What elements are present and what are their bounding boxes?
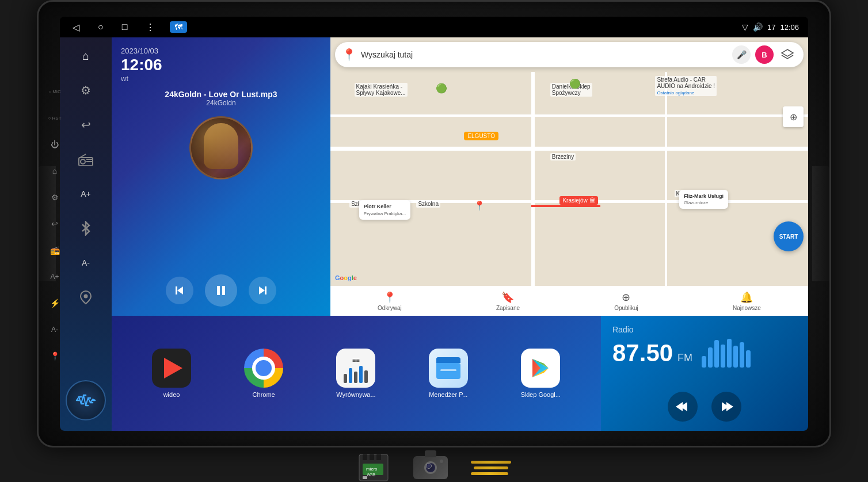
- svg-text:8GB: 8GB: [367, 473, 375, 477]
- apps-panel: wideo Chrome: [112, 316, 601, 431]
- map-start-button[interactable]: START: [774, 221, 804, 251]
- wideo-icon-wrap: [152, 349, 191, 388]
- app-store[interactable]: Sklep Googl...: [521, 349, 561, 398]
- track-title: 24kGoldn - Love Or Lust.mp3: [121, 90, 321, 99]
- power-btn[interactable]: ⏻: [47, 136, 63, 152]
- wave-bar-8: [746, 350, 751, 368]
- app-files[interactable]: Menedżer P...: [429, 349, 468, 398]
- bottom-row: wideo Chrome: [112, 316, 808, 431]
- status-bar-right: ▽ 🔊 17 12:06: [742, 22, 799, 32]
- search-text: Wyszukaj tutaj: [361, 50, 728, 59]
- track-artist: 24kGoldn: [121, 99, 321, 107]
- radio-prev-button[interactable]: [668, 392, 698, 422]
- radio-icon: [78, 153, 94, 166]
- store-label: Sklep Googl...: [521, 391, 561, 398]
- wave-bar-5: [727, 339, 732, 368]
- location-side-btn[interactable]: 📍: [47, 348, 63, 364]
- pause-button[interactable]: [205, 274, 237, 307]
- map-nav-zapisane[interactable]: 🔖 Zapisane: [496, 291, 520, 311]
- app-chrome[interactable]: Chrome: [244, 349, 283, 398]
- bluetooth-icon: [80, 221, 92, 236]
- map-bottom-nav: 📍 Odkrywaj 🔖 Zapisane ⊕ Opublikuj: [330, 286, 808, 316]
- sd-card-shape: micro 8GB: [357, 453, 390, 482]
- map-pin-1: 🟢: [436, 83, 447, 94]
- vol-down-btn[interactable]: A-: [47, 322, 63, 338]
- camera-top: [425, 450, 436, 457]
- camera-flash: [440, 460, 443, 463]
- cables-accessory: [471, 461, 511, 475]
- map-search-bar[interactable]: 📍 Wyszukaj tutaj 🎤 B: [335, 42, 804, 67]
- cable-2: [474, 466, 508, 469]
- radio-side-btn[interactable]: 📻: [47, 242, 63, 258]
- radio-freq-controls: 87.50 FM: [612, 341, 692, 372]
- wave-bar-2: [708, 347, 713, 368]
- sidebar: ⌂ ⚙ ↩ A+ A: [60, 37, 112, 431]
- map-label-strefa: Strefa Audio - CARAUDIO na Androidzie !O…: [655, 76, 717, 96]
- sidebar-settings[interactable]: ⚙: [73, 78, 98, 103]
- map-location-crosshair[interactable]: ⊕: [783, 106, 804, 127]
- music-controls: [121, 270, 321, 307]
- sidebar-vol-down[interactable]: A-: [73, 250, 98, 276]
- volume-icon: 🔊: [753, 22, 763, 32]
- user-avatar[interactable]: B: [755, 45, 774, 64]
- home-side-btn[interactable]: ⌂: [47, 163, 63, 179]
- album-inner: [191, 118, 251, 178]
- sidebar-vol-up[interactable]: A+: [73, 181, 98, 206]
- album-figure: [204, 123, 238, 169]
- map-nav-odkrywaj[interactable]: 📍 Odkrywaj: [378, 291, 402, 311]
- menu-button[interactable]: ⋮: [142, 21, 158, 34]
- map-label-kajaki: Kajaki Krasieńka -Spływy Kajakowe...: [355, 83, 408, 97]
- svg-rect-15: [176, 286, 177, 294]
- najnowsze-label: Najnowsze: [733, 305, 761, 311]
- settings-side-btn[interactable]: ⚙: [47, 189, 63, 205]
- google-maps-pin-icon: 📍: [342, 48, 356, 62]
- prev-button[interactable]: [166, 277, 193, 304]
- svg-point-5: [84, 294, 88, 299]
- sidebar-home[interactable]: ⌂: [73, 43, 98, 68]
- wideo-label: wideo: [163, 391, 180, 398]
- odkrywaj-label: Odkrywaj: [378, 305, 402, 311]
- bluetooth-side-btn[interactable]: ⚡: [47, 295, 63, 311]
- radio-band: FM: [677, 352, 692, 364]
- next-button[interactable]: [249, 277, 276, 304]
- music-day: wt: [121, 74, 321, 83]
- eq-bars: [344, 366, 368, 383]
- radio-next-icon: [719, 400, 733, 414]
- pause-icon: [215, 284, 227, 297]
- layers-button[interactable]: [778, 45, 797, 64]
- mic-button[interactable]: 🎤: [732, 45, 751, 64]
- chrome-icon: [244, 349, 283, 388]
- app-eq[interactable]: ≡≡: [336, 349, 375, 398]
- radio-next-button[interactable]: [711, 392, 741, 422]
- maps-button[interactable]: 🗺: [170, 21, 187, 33]
- map-nav-najnowsze[interactable]: 🔔 Najnowsze: [733, 291, 761, 311]
- recents-button[interactable]: □: [119, 21, 131, 33]
- radio-panel: Radio 87.50 FM: [601, 316, 808, 431]
- zapisane-icon: 🔖: [501, 291, 514, 304]
- svg-rect-17: [222, 286, 225, 295]
- map-card-keller: Piotr Keller Prywatna Praktyka...: [359, 200, 410, 220]
- location-icon: [79, 290, 92, 305]
- radio-prev-icon: [676, 400, 690, 414]
- cable-1: [471, 461, 511, 464]
- map-panel[interactable]: 📍 Wyszukaj tutaj 🎤 B: [330, 37, 808, 316]
- back-side-btn[interactable]: ↩: [47, 216, 63, 232]
- home-button[interactable]: ○: [94, 21, 107, 33]
- map-nav-opublikuj[interactable]: ⊕ Opublikuj: [614, 291, 638, 311]
- app-wideo[interactable]: wideo: [152, 349, 191, 398]
- vol-up-btn[interactable]: A+: [47, 269, 63, 285]
- svg-marker-26: [676, 402, 683, 411]
- sidebar-location[interactable]: [73, 285, 98, 310]
- top-row: 2023/10/03 12:06 wt 24kGoldn - Love Or L…: [112, 37, 808, 316]
- layers-icon: [781, 48, 794, 61]
- radio-freq-area: 87.50 FM: [612, 339, 797, 374]
- opublikuj-label: Opublikuj: [614, 305, 638, 311]
- main-content: ⌂ ⚙ ↩ A+ A: [60, 37, 808, 431]
- sidebar-wave[interactable]: [66, 380, 106, 420]
- sidebar-bluetooth[interactable]: [73, 216, 98, 241]
- sidebar-radio[interactable]: [73, 147, 98, 172]
- eq-icon: ≡≡: [336, 349, 375, 388]
- back-button[interactable]: ◁: [69, 21, 83, 34]
- zapisane-label: Zapisane: [496, 305, 520, 311]
- sidebar-back[interactable]: ↩: [73, 112, 98, 137]
